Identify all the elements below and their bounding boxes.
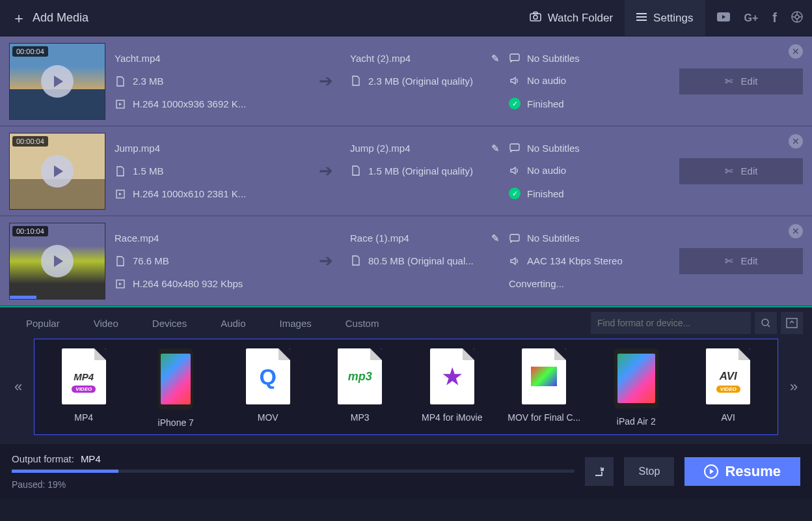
play-icon[interactable]: [41, 65, 74, 98]
source-filename: Yacht.mp4: [115, 53, 302, 64]
expand-formats-button[interactable]: [781, 312, 803, 334]
video-thumbnail[interactable]: 00:10:04: [9, 223, 105, 300]
output-format-value: MP4: [81, 453, 101, 464]
svg-rect-2: [534, 12, 537, 14]
dest-filename: Race (1).mp4: [350, 232, 409, 244]
svg-rect-14: [510, 54, 519, 61]
support-icon[interactable]: [791, 11, 803, 25]
format-preset[interactable]: MOV for Final C...: [502, 348, 588, 428]
rename-icon[interactable]: ✎: [491, 143, 500, 154]
video-thumbnail[interactable]: 00:00:04: [9, 133, 105, 210]
codec-icon: [115, 190, 126, 199]
duration-badge: 00:00:04: [12, 136, 48, 147]
facebook-icon[interactable]: f: [772, 10, 777, 25]
youtube-icon[interactable]: [717, 12, 730, 24]
remove-button[interactable]: ✕: [789, 224, 803, 238]
stop-button[interactable]: Stop: [624, 457, 674, 486]
progress-bar: [12, 470, 575, 473]
edit-button[interactable]: ✄ Edit: [679, 68, 803, 94]
status-value: Converting...: [509, 278, 564, 289]
dest-size: 2.3 MB (Original quality): [368, 76, 473, 87]
audio-icon: [509, 76, 521, 85]
play-icon[interactable]: [41, 245, 74, 277]
svg-point-8: [795, 15, 799, 19]
status-value: Finished: [527, 98, 564, 109]
format-preset[interactable]: mp3MP3: [318, 348, 403, 428]
format-preset[interactable]: MP4VIDEOMP4: [41, 348, 127, 428]
dest-filename: Jump (2).mp4: [350, 143, 411, 154]
carousel-next-button[interactable]: »: [785, 341, 803, 432]
format-preset[interactable]: iPad Air 2: [593, 348, 679, 428]
play-icon[interactable]: [41, 155, 74, 188]
rename-icon[interactable]: ✎: [491, 53, 500, 64]
arrow-right-icon: ➔: [319, 161, 333, 181]
add-media-label: Add Media: [33, 11, 88, 25]
watch-folder-button[interactable]: Watch Folder: [518, 0, 625, 36]
audio-icon: [509, 166, 521, 175]
source-codec: H.264 1000x610 2381 K...: [133, 188, 246, 199]
format-label: AVI: [721, 412, 735, 423]
svg-line-20: [768, 325, 770, 327]
settings-button[interactable]: Settings: [625, 0, 705, 36]
check-icon: ✓: [509, 188, 521, 199]
dest-filename: Yacht (2).mp4: [350, 53, 411, 64]
check-icon: ✓: [509, 98, 521, 109]
file-icon: [350, 76, 362, 86]
remove-button[interactable]: ✕: [789, 44, 803, 59]
search-button[interactable]: [755, 312, 777, 334]
source-codec: H.264 640x480 932 Kbps: [133, 278, 243, 289]
rename-icon[interactable]: ✎: [491, 232, 500, 244]
googleplus-icon[interactable]: G+: [744, 12, 759, 24]
format-tab[interactable]: Video: [77, 307, 135, 339]
scissors-icon: ✄: [725, 165, 733, 177]
format-tab[interactable]: Devices: [135, 307, 204, 339]
paused-label: Paused:: [12, 479, 45, 490]
svg-rect-21: [787, 318, 797, 328]
subtitles-value: No Subtitles: [527, 143, 580, 154]
format-search[interactable]: [591, 312, 751, 334]
svg-rect-18: [510, 234, 519, 241]
subtitles-icon: [509, 143, 521, 152]
file-row: 00:00:04 Yacht.mp4 2.3 MB H.264 1000x936…: [0, 36, 812, 126]
format-tab[interactable]: Popular: [9, 307, 77, 339]
file-icon: [115, 256, 126, 266]
carousel-prev-button[interactable]: «: [9, 341, 27, 432]
format-preset[interactable]: AVIVIDEOAVI: [686, 348, 772, 428]
subtitles-icon: [509, 53, 521, 63]
format-tab[interactable]: Custom: [329, 307, 396, 339]
video-thumbnail[interactable]: 00:00:04: [9, 43, 105, 120]
svg-rect-16: [510, 144, 519, 150]
format-search-input[interactable]: [597, 318, 744, 328]
menu-icon: [636, 12, 647, 25]
edit-button[interactable]: ✄ Edit: [679, 158, 803, 184]
format-label: MP4: [74, 412, 93, 423]
svg-point-1: [534, 16, 537, 20]
duration-badge: 00:10:04: [12, 226, 48, 236]
format-tab[interactable]: Audio: [204, 307, 262, 339]
add-media-button[interactable]: ＋ Add Media: [12, 8, 88, 28]
audio-icon: [509, 257, 521, 266]
scissors-icon: ✄: [725, 76, 733, 87]
source-filename: Jump.mp4: [115, 143, 302, 154]
plus-icon: ＋: [12, 8, 26, 28]
resume-button[interactable]: Resume: [684, 457, 800, 486]
format-tab[interactable]: Images: [263, 307, 329, 339]
dest-size: 1.5 MB (Original quality): [368, 165, 473, 176]
remove-button[interactable]: ✕: [789, 134, 803, 148]
source-size: 1.5 MB: [133, 165, 164, 176]
subtitles-value: No Subtitles: [527, 53, 580, 64]
output-folder-button[interactable]: [585, 457, 614, 486]
format-label: MOV for Final C...: [508, 412, 580, 423]
paused-value: 19%: [47, 479, 66, 490]
svg-point-19: [762, 319, 768, 326]
file-row: 00:10:04 Race.mp4 76.6 MB H.264 640x480 …: [0, 216, 812, 306]
format-preset[interactable]: QMOV: [225, 348, 311, 428]
format-preset[interactable]: ★MP4 for iMovie: [409, 348, 495, 428]
file-icon: [115, 76, 126, 87]
audio-value: No audio: [527, 75, 566, 86]
file-icon: [350, 165, 362, 176]
dest-size: 80.5 MB (Original qual...: [368, 255, 474, 266]
format-preset[interactable]: iPhone 7: [133, 348, 219, 428]
codec-icon: [115, 279, 126, 289]
edit-button[interactable]: ✄ Edit: [679, 248, 803, 274]
